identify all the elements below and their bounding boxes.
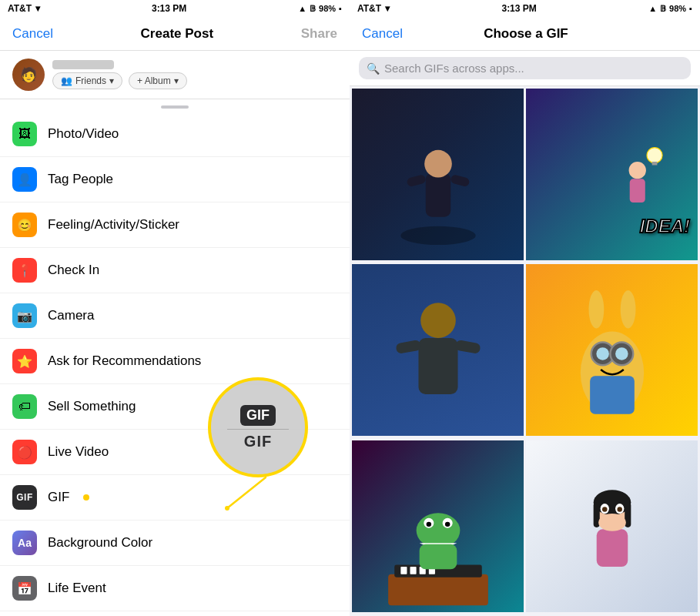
svg-line-0 — [227, 477, 266, 508]
left-panel: AT&T ▾ 3:13 PM ▲ 𝔹 98% ▪ Cancel Create P… — [0, 0, 350, 616]
svg-rect-12 — [418, 338, 457, 394]
friends-picker[interactable]: 👥 Friends ▾ — [52, 72, 122, 89]
nav-bar-left: Cancel Create Post Share — [0, 17, 350, 51]
share-button[interactable]: Share — [301, 26, 337, 42]
live-video-label: Live Video — [48, 444, 109, 460]
svg-point-15 — [588, 290, 604, 328]
svg-point-43 — [602, 507, 607, 511]
bluetooth-icon-left: 𝔹 — [310, 4, 316, 14]
status-right-right: ▲ 𝔹 98% ▪ — [648, 4, 692, 14]
bluetooth-icon-right: 𝔹 — [660, 4, 666, 14]
album-chevron: ▾ — [174, 75, 179, 86]
battery-right: 98% — [669, 4, 686, 13]
callout-arrow — [219, 474, 281, 512]
svg-point-1 — [225, 506, 229, 511]
status-right-left: AT&T ▾ — [357, 3, 390, 14]
svg-rect-39 — [596, 530, 628, 567]
camera-label: Camera — [48, 308, 94, 323]
cancel-button-left[interactable]: Cancel — [12, 26, 53, 42]
svg-point-9 — [647, 147, 662, 162]
sell-something-label: Sell Something — [48, 399, 136, 414]
search-bar: 🔍 Search GIFs across apps... — [350, 51, 700, 86]
search-icon: 🔍 — [367, 62, 380, 75]
svg-rect-26 — [410, 567, 416, 574]
life-event-label: Life Event — [48, 581, 106, 596]
menu-item-feeling[interactable]: 😊 Feeling/Activity/Sticker — [0, 203, 350, 248]
post-header: 🧑 👥 Friends ▾ + Album ▾ — [0, 51, 350, 99]
menu-item-tag-people[interactable]: 👤 Tag People — [0, 157, 350, 203]
svg-point-33 — [444, 522, 449, 527]
album-picker[interactable]: + Album ▾ — [129, 72, 187, 89]
wifi-icon-right: ▾ — [385, 3, 390, 14]
status-left-info: AT&T ▾ — [8, 3, 40, 14]
time-left: 3:13 PM — [152, 3, 186, 14]
search-placeholder: Search GIFs across apps... — [384, 62, 524, 75]
menu-list: 🖼 Photo/Video 👤 Tag People 😊 Feeling/Act… — [0, 112, 350, 616]
sell-something-icon: 🏷 — [12, 394, 37, 419]
menu-item-gif[interactable]: GIF GIF — [0, 475, 350, 521]
svg-rect-23 — [388, 574, 488, 606]
svg-rect-25 — [400, 567, 407, 574]
svg-point-20 — [596, 347, 608, 360]
svg-rect-5 — [406, 174, 426, 187]
menu-item-life-event[interactable]: 📅 Life Event — [0, 566, 350, 611]
svg-point-32 — [426, 522, 430, 527]
svg-point-44 — [617, 507, 621, 511]
page-title-right: Choose a GIF — [484, 26, 568, 42]
gif-badge: GIF — [12, 490, 37, 504]
gif-callout: GIF GIF — [208, 377, 308, 477]
search-input-wrapper[interactable]: 🔍 Search GIFs across apps... — [359, 57, 691, 79]
photo-video-icon: 🖼 — [12, 122, 37, 146]
check-in-label: Check In — [48, 263, 99, 278]
check-in-icon: 📍 — [12, 258, 37, 283]
gif-cell-6[interactable] — [526, 440, 698, 612]
gif-cell-1[interactable] — [352, 89, 524, 260]
gif-label: GIF — [48, 490, 69, 505]
gif-cell-5[interactable] — [352, 440, 524, 612]
background-color-icon: Aa — [12, 531, 37, 555]
tag-people-label: Tag People — [48, 172, 113, 187]
gif-cell-3[interactable] — [352, 264, 524, 436]
photo-video-label: Photo/Video — [48, 126, 119, 142]
gif-cell-2[interactable]: IDEA! — [526, 89, 698, 260]
wifi-icon-left: ▾ — [35, 3, 40, 14]
status-right-info: ▲ 𝔹 98% ▪ — [298, 4, 342, 14]
gif-grid: IDEA! — [350, 86, 700, 616]
gps-icon-right: ▲ — [648, 4, 657, 13]
menu-item-background-color[interactable]: Aa Background Color — [0, 521, 350, 566]
ask-recommendations-icon: ⭐ — [12, 349, 37, 373]
page-title-left: Create Post — [141, 26, 213, 42]
gif-cell-4[interactable] — [526, 264, 698, 436]
svg-rect-14 — [454, 340, 481, 354]
svg-point-11 — [420, 303, 456, 338]
menu-item-photo-video[interactable]: 🖼 Photo/Video — [0, 112, 350, 157]
friends-label: Friends — [75, 75, 106, 86]
avatar-image: 🧑 — [12, 59, 45, 91]
gif-icon: GIF — [12, 485, 37, 510]
friends-chevron: ▾ — [109, 75, 114, 86]
svg-rect-10 — [652, 162, 658, 165]
svg-point-16 — [620, 290, 635, 328]
time-right: 3:13 PM — [501, 3, 536, 14]
svg-point-29 — [416, 514, 460, 548]
drag-handle-area — [0, 99, 350, 112]
battery-icon-right: ▪ — [689, 4, 692, 13]
status-bar-left: AT&T ▾ 3:13 PM ▲ 𝔹 98% ▪ — [0, 0, 350, 17]
post-controls: 👥 Friends ▾ + Album ▾ — [52, 72, 187, 89]
callout-circle: GIF GIF — [208, 377, 308, 477]
status-bar-right: AT&T ▾ 3:13 PM ▲ 𝔹 98% ▪ — [350, 0, 700, 17]
svg-rect-8 — [630, 179, 645, 203]
menu-item-camera[interactable]: 📷 Camera — [0, 293, 350, 339]
friends-icon: 👥 — [61, 75, 72, 86]
life-event-icon: 📅 — [12, 576, 37, 601]
svg-rect-34 — [419, 544, 457, 569]
svg-rect-13 — [395, 340, 421, 354]
callout-divider — [227, 429, 289, 430]
drag-handle — [161, 105, 189, 109]
svg-rect-3 — [425, 172, 450, 216]
background-color-label: Background Color — [48, 535, 152, 551]
feeling-label: Feeling/Activity/Sticker — [48, 217, 179, 233]
menu-item-check-in[interactable]: 📍 Check In — [0, 248, 350, 293]
live-video-icon: 🔴 — [12, 440, 37, 464]
cancel-button-right[interactable]: Cancel — [362, 26, 403, 42]
